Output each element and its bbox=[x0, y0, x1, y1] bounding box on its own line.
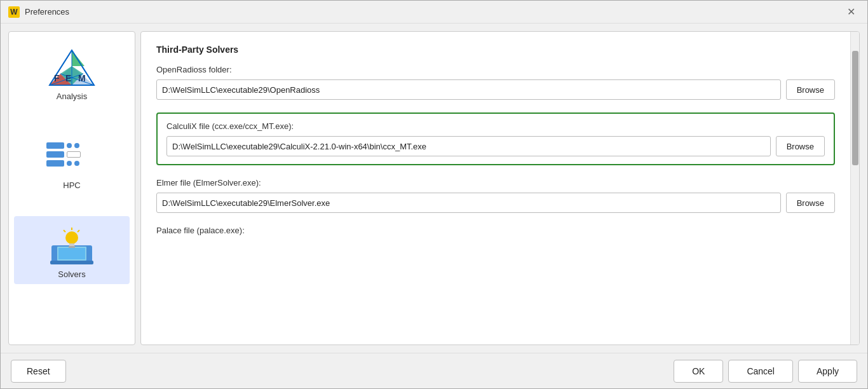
openradioss-group: OpenRadioss folder: Browse bbox=[156, 65, 835, 100]
window-title: Preferences bbox=[25, 7, 842, 17]
svg-text:E: E bbox=[65, 73, 71, 83]
fem-svg: F E M bbox=[46, 47, 97, 88]
elmer-group: Elmer file (ElmerSolver.exe): Browse bbox=[156, 178, 835, 213]
solvers-icon bbox=[46, 221, 97, 266]
svg-rect-18 bbox=[50, 261, 93, 264]
apply-button[interactable]: Apply bbox=[798, 360, 857, 383]
main-content: F E M Analysis bbox=[1, 24, 867, 353]
palace-group: Palace file (palace.exe): bbox=[156, 226, 835, 235]
analysis-icon: F E M bbox=[46, 47, 97, 88]
bottom-bar: Reset OK Cancel Apply bbox=[1, 353, 867, 388]
openradioss-browse-button[interactable]: Browse bbox=[786, 79, 835, 100]
sidebar-item-solvers[interactable]: Solvers bbox=[14, 216, 130, 284]
elmer-input[interactable] bbox=[156, 193, 781, 213]
solvers-svg bbox=[46, 221, 97, 266]
sidebar-item-analysis[interactable]: F E M Analysis bbox=[14, 42, 130, 106]
scrollbar-thumb[interactable] bbox=[852, 51, 858, 165]
calculix-group: CalculiX file (ccx.exe/ccx_MT.exe): Brow… bbox=[156, 113, 835, 165]
calculix-input[interactable] bbox=[166, 136, 771, 156]
hpc-icon bbox=[46, 132, 97, 177]
section-title: Third-Party Solvers bbox=[156, 44, 835, 55]
sidebar-item-analysis-label: Analysis bbox=[57, 92, 87, 101]
content-inner: Third-Party Solvers OpenRadioss folder: … bbox=[141, 32, 850, 345]
elmer-browse-button[interactable]: Browse bbox=[786, 193, 835, 213]
palace-label: Palace file (palace.exe): bbox=[156, 226, 835, 235]
elmer-label: Elmer file (ElmerSolver.exe): bbox=[156, 178, 835, 188]
sidebar-item-solvers-label: Solvers bbox=[58, 270, 85, 279]
preferences-window: W Preferences ✕ bbox=[0, 0, 868, 389]
app-icon: W bbox=[8, 6, 20, 18]
calculix-browse-button[interactable]: Browse bbox=[776, 136, 825, 156]
content-panel: Third-Party Solvers OpenRadioss folder: … bbox=[140, 31, 860, 345]
svg-text:F: F bbox=[54, 73, 60, 83]
sidebar-items: F E M Analysis bbox=[9, 32, 135, 345]
svg-line-23 bbox=[78, 230, 79, 232]
title-bar: W Preferences ✕ bbox=[1, 1, 867, 24]
svg-line-24 bbox=[64, 230, 65, 232]
calculix-row: Browse bbox=[166, 136, 825, 156]
svg-rect-20 bbox=[69, 243, 74, 246]
elmer-row: Browse bbox=[156, 193, 835, 213]
reset-button[interactable]: Reset bbox=[11, 360, 66, 383]
svg-point-19 bbox=[65, 231, 78, 244]
sidebar-item-hpc[interactable]: HPC bbox=[14, 127, 130, 195]
calculix-label: CalculiX file (ccx.exe/ccx_MT.exe): bbox=[166, 121, 825, 131]
scrollbar-track[interactable] bbox=[850, 32, 859, 345]
openradioss-row: Browse bbox=[156, 79, 835, 100]
sidebar-item-hpc-label: HPC bbox=[63, 181, 80, 190]
sidebar: F E M Analysis bbox=[8, 31, 135, 345]
svg-text:M: M bbox=[78, 73, 86, 83]
ok-button[interactable]: OK bbox=[674, 360, 723, 383]
svg-rect-17 bbox=[58, 248, 85, 259]
close-button[interactable]: ✕ bbox=[842, 3, 860, 21]
cancel-button[interactable]: Cancel bbox=[728, 360, 793, 383]
bottom-left: Reset bbox=[11, 360, 674, 383]
openradioss-label: OpenRadioss folder: bbox=[156, 65, 835, 74]
svg-rect-21 bbox=[69, 246, 75, 248]
window-body: F E M Analysis bbox=[1, 24, 867, 388]
openradioss-input[interactable] bbox=[156, 79, 781, 100]
bottom-right: OK Cancel Apply bbox=[674, 360, 857, 383]
